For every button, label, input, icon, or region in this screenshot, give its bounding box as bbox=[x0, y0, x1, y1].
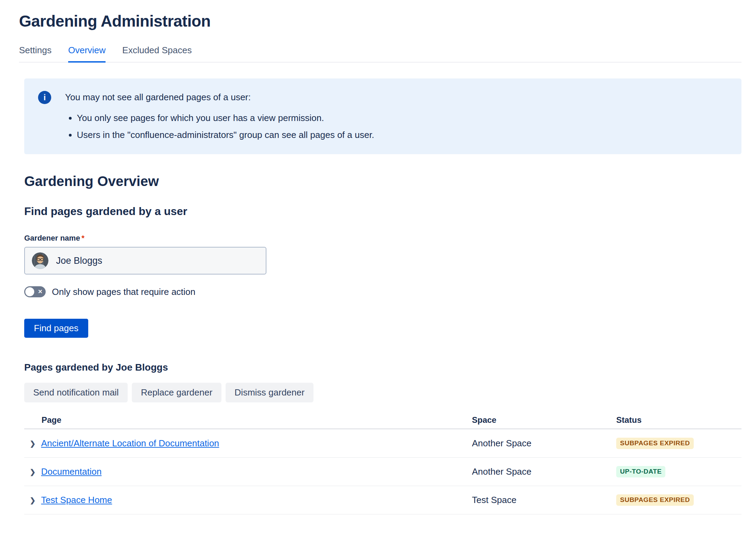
status-cell: UP-TO-DATE bbox=[616, 466, 741, 477]
dismiss-gardener-button[interactable]: Dismiss gardener bbox=[226, 383, 313, 402]
info-icon: i bbox=[38, 91, 51, 104]
tab-excluded-spaces[interactable]: Excluded Spaces bbox=[122, 45, 192, 63]
gardener-selected-value: Joe Bloggs bbox=[56, 255, 102, 266]
gardener-picker-field[interactable]: Joe Bloggs bbox=[24, 247, 266, 274]
status-badge: UP-TO-DATE bbox=[616, 466, 665, 477]
row-expander-icon[interactable]: ❯ bbox=[30, 468, 36, 475]
table-row: ❯ Test Space Home Test Space SUBPAGES EX… bbox=[24, 486, 741, 514]
page-link[interactable]: Ancient/Alternate Location of Documentat… bbox=[41, 438, 219, 449]
info-banner-list: You only see pages for which you user ha… bbox=[65, 112, 374, 142]
table-row: ❯ Documentation Another Space UP-TO-DATE bbox=[24, 458, 741, 486]
gardener-name-label: Gardener name* bbox=[24, 234, 741, 243]
info-banner-bullet: Users in the "confluence-administrators"… bbox=[77, 129, 374, 142]
user-avatar bbox=[32, 252, 48, 269]
overview-heading: Gardening Overview bbox=[24, 174, 741, 189]
status-badge: SUBPAGES EXPIRED bbox=[616, 438, 694, 449]
send-notification-mail-button[interactable]: Send notification mail bbox=[24, 383, 128, 402]
results-heading: Pages gardened by Joe Bloggs bbox=[24, 362, 741, 373]
results-actions: Send notification mail Replace gardener … bbox=[24, 383, 741, 402]
required-asterisk: * bbox=[81, 234, 84, 242]
toggle-knob bbox=[25, 287, 34, 296]
tab-bar: Settings Overview Excluded Spaces bbox=[19, 45, 741, 63]
table-header-row: Page Space Status bbox=[24, 411, 741, 429]
page-cell: ❯ Test Space Home bbox=[24, 495, 472, 505]
info-banner-text: You may not see all gardened pages of a … bbox=[65, 92, 374, 142]
space-cell: Another Space bbox=[472, 466, 616, 477]
find-pages-button[interactable]: Find pages bbox=[24, 319, 88, 338]
require-action-toggle-row: ✕ Only show pages that require action bbox=[24, 286, 741, 297]
status-cell: SUBPAGES EXPIRED bbox=[616, 494, 741, 506]
column-header-status: Status bbox=[616, 415, 741, 425]
gardener-name-label-text: Gardener name bbox=[24, 234, 80, 242]
row-expander-icon[interactable]: ❯ bbox=[30, 497, 36, 504]
page-title: Gardening Administration bbox=[19, 12, 741, 30]
require-action-toggle[interactable]: ✕ bbox=[24, 286, 46, 297]
table-row: ❯ Ancient/Alternate Location of Document… bbox=[24, 429, 741, 458]
gardened-pages-table: Page Space Status ❯ Ancient/Alternate Lo… bbox=[24, 411, 741, 514]
column-header-page: Page bbox=[24, 415, 472, 425]
find-pages-subheading: Find pages gardened by a user bbox=[24, 205, 741, 218]
replace-gardener-button[interactable]: Replace gardener bbox=[132, 383, 221, 402]
page-link[interactable]: Documentation bbox=[41, 466, 102, 477]
toggle-cross-icon: ✕ bbox=[38, 289, 43, 295]
status-cell: SUBPAGES EXPIRED bbox=[616, 438, 741, 449]
space-cell: Another Space bbox=[472, 438, 616, 449]
tab-overview[interactable]: Overview bbox=[68, 45, 106, 63]
status-badge: SUBPAGES EXPIRED bbox=[616, 494, 694, 506]
info-banner: i You may not see all gardened pages of … bbox=[24, 78, 741, 154]
info-banner-intro: You may not see all gardened pages of a … bbox=[65, 92, 374, 103]
page-link[interactable]: Test Space Home bbox=[41, 495, 112, 505]
page-cell: ❯ Ancient/Alternate Location of Document… bbox=[24, 438, 472, 449]
gardening-admin-page: Gardening Administration Settings Overvi… bbox=[0, 0, 756, 514]
row-expander-icon[interactable]: ❯ bbox=[30, 440, 36, 447]
space-cell: Test Space bbox=[472, 495, 616, 505]
require-action-toggle-label: Only show pages that require action bbox=[52, 287, 195, 297]
tab-settings[interactable]: Settings bbox=[19, 45, 52, 63]
page-cell: ❯ Documentation bbox=[24, 466, 472, 477]
column-header-space: Space bbox=[472, 415, 616, 425]
tab-content: i You may not see all gardened pages of … bbox=[24, 78, 741, 514]
info-banner-bullet: You only see pages for which you user ha… bbox=[77, 112, 374, 125]
